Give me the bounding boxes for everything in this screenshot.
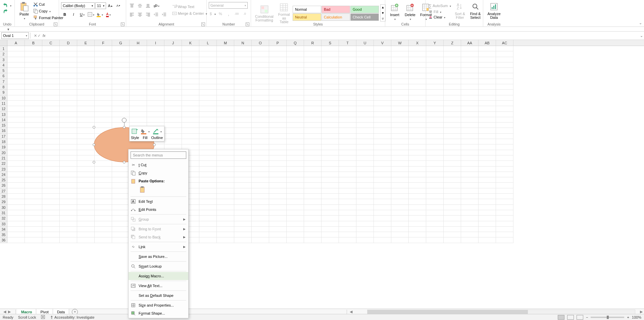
cell[interactable] <box>234 221 252 227</box>
cell[interactable] <box>42 210 60 216</box>
cell[interactable] <box>25 73 42 79</box>
cell[interactable] <box>25 150 42 155</box>
cell[interactable] <box>426 68 444 73</box>
cell[interactable] <box>391 210 409 216</box>
cell[interactable] <box>199 51 217 57</box>
context-default-shape[interactable]: Set as Default Shape <box>129 291 188 300</box>
cell[interactable] <box>339 134 356 139</box>
currency-button[interactable]: $ <box>209 10 216 17</box>
cell[interactable] <box>25 194 42 199</box>
cell[interactable] <box>287 161 304 166</box>
column-header[interactable]: A <box>7 40 25 46</box>
cell[interactable] <box>77 139 95 144</box>
cell[interactable] <box>77 95 95 101</box>
cell[interactable] <box>217 161 234 166</box>
column-header[interactable]: M <box>217 40 234 46</box>
cell[interactable] <box>217 106 234 111</box>
cell[interactable] <box>426 79 444 84</box>
cell[interactable] <box>444 177 461 183</box>
cell[interactable] <box>479 51 496 57</box>
cell[interactable] <box>95 183 112 188</box>
cell[interactable] <box>374 123 391 128</box>
formula-bar-expand[interactable]: ⌄ <box>639 34 644 38</box>
cell[interactable] <box>356 183 374 188</box>
cell[interactable] <box>391 194 409 199</box>
cell[interactable] <box>321 57 339 62</box>
cell[interactable] <box>391 46 409 51</box>
column-header[interactable]: W <box>391 40 409 46</box>
cell[interactable] <box>234 79 252 84</box>
column-header[interactable]: C <box>42 40 60 46</box>
cell[interactable] <box>269 73 287 79</box>
conditional-formatting-button[interactable]: Conditional Formatting <box>253 3 276 23</box>
cell[interactable] <box>339 155 356 161</box>
cell[interactable] <box>461 177 479 183</box>
cell[interactable] <box>217 128 234 133</box>
cell[interactable] <box>7 172 25 177</box>
cell[interactable] <box>426 232 444 237</box>
cell[interactable] <box>60 95 77 101</box>
cell[interactable] <box>339 62 356 68</box>
cell[interactable] <box>496 172 513 177</box>
cell[interactable] <box>356 134 374 139</box>
cell[interactable] <box>356 216 374 221</box>
cell[interactable] <box>77 150 95 155</box>
cell[interactable] <box>339 205 356 210</box>
cell[interactable] <box>426 84 444 90</box>
cell[interactable] <box>217 194 234 199</box>
fill-color-button[interactable] <box>96 11 103 18</box>
context-copy[interactable]: Copy <box>129 169 188 177</box>
cell[interactable] <box>496 68 513 73</box>
cell[interactable] <box>304 68 321 73</box>
cell[interactable] <box>391 183 409 188</box>
cell[interactable] <box>496 128 513 133</box>
cell[interactable] <box>217 199 234 204</box>
cell[interactable] <box>304 144 321 150</box>
cell[interactable] <box>444 73 461 79</box>
cell[interactable] <box>42 101 60 106</box>
cell[interactable] <box>409 95 426 101</box>
cell[interactable] <box>112 62 130 68</box>
cell[interactable] <box>321 194 339 199</box>
cell[interactable] <box>374 183 391 188</box>
resize-handle-w[interactable] <box>93 143 95 146</box>
cell[interactable] <box>252 46 269 51</box>
column-header[interactable]: E <box>77 40 95 46</box>
cell[interactable] <box>112 167 130 172</box>
cell[interactable] <box>95 172 112 177</box>
cell[interactable] <box>269 194 287 199</box>
cell[interactable] <box>252 57 269 62</box>
cell[interactable] <box>304 73 321 79</box>
cell[interactable] <box>409 106 426 111</box>
styles-more[interactable]: ▿ <box>381 16 385 21</box>
cell[interactable] <box>42 177 60 183</box>
decrease-indent-button[interactable] <box>152 11 160 18</box>
cell[interactable] <box>95 232 112 237</box>
cell[interactable] <box>496 210 513 216</box>
cell[interactable] <box>199 139 217 144</box>
cell[interactable] <box>426 117 444 123</box>
cell[interactable] <box>7 57 25 62</box>
cell[interactable] <box>444 128 461 133</box>
cell[interactable] <box>269 144 287 150</box>
align-top-button[interactable] <box>128 2 136 9</box>
cell[interactable] <box>287 51 304 57</box>
font-dialog-launcher[interactable]: ⤡ <box>121 22 125 26</box>
cell[interactable] <box>409 150 426 155</box>
cell[interactable] <box>147 79 164 84</box>
cell[interactable] <box>217 57 234 62</box>
styles-scroll-up[interactable]: ▴ <box>381 5 385 10</box>
cell[interactable] <box>42 237 60 243</box>
cell[interactable] <box>356 194 374 199</box>
cell[interactable] <box>269 101 287 106</box>
cell[interactable] <box>461 227 479 232</box>
cell[interactable] <box>426 221 444 227</box>
cell[interactable] <box>7 167 25 172</box>
cell[interactable] <box>304 205 321 210</box>
cell[interactable] <box>164 84 182 90</box>
cell[interactable] <box>391 95 409 101</box>
row-header[interactable]: 14 <box>0 117 7 123</box>
cell[interactable] <box>60 155 77 161</box>
cell[interactable] <box>461 68 479 73</box>
cell[interactable] <box>391 216 409 221</box>
